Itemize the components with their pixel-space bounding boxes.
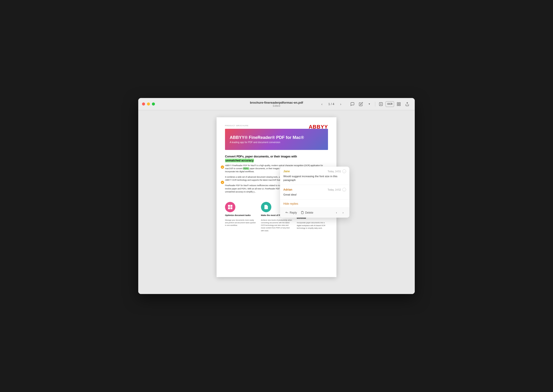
filename: brochure-finereaderpdformac-en.pdf xyxy=(250,101,303,104)
content-area: PRODUCT BROCHURE ABBYY ABBYY® FineReader… xyxy=(138,110,415,294)
comment-jane-header: Jane Today, 14:51 … xyxy=(283,169,346,173)
comment-marker-1[interactable]: ● xyxy=(221,165,224,169)
reply-icon xyxy=(285,211,289,215)
section-title: Convert PDFs, paper documents, or their … xyxy=(225,155,328,163)
reply-label: Reply xyxy=(290,211,297,214)
dropdown-button[interactable]: ▾ xyxy=(366,100,373,108)
next-comment-button[interactable]: › xyxy=(340,210,346,216)
svg-rect-3 xyxy=(397,102,398,104)
ocr-button[interactable]: OCR xyxy=(386,101,394,107)
adrian-author: Adrian xyxy=(283,188,292,191)
app-window: brochure-finereaderpdformac-en.pdf Edite… xyxy=(138,98,415,294)
comment-jane: Jane Today, 14:51 … Would suggest increa… xyxy=(280,167,349,185)
fullscreen-button[interactable] xyxy=(152,102,155,105)
hide-replies-link[interactable]: Hide replies xyxy=(283,202,298,205)
share-button[interactable] xyxy=(404,100,411,108)
feature-3-desc: Incorporate paper documents into a digit… xyxy=(297,221,328,229)
feature-1: Optimize document tasks Manage your docu… xyxy=(225,202,256,232)
titlebar: brochure-finereaderpdformac-en.pdf Edite… xyxy=(138,98,415,110)
svg-rect-11 xyxy=(230,207,232,209)
jane-meta: Today, 14:51 … xyxy=(327,169,346,173)
svg-rect-4 xyxy=(399,102,400,104)
svg-rect-5 xyxy=(399,104,400,105)
delete-icon xyxy=(301,211,304,215)
feature-2-icon xyxy=(261,202,271,212)
page-indicator: 1 / 4 xyxy=(327,102,335,106)
comment-marker-2[interactable]: ● xyxy=(221,181,224,184)
svg-rect-8 xyxy=(228,205,230,207)
jane-time: Today, 14:51 xyxy=(327,170,341,173)
abbyy-logo: ABBYY xyxy=(309,124,328,130)
adrian-more-button[interactable]: … xyxy=(342,188,346,192)
delete-label: Delete xyxy=(305,211,313,214)
comment-popup: Jane Today, 14:51 … Would suggest increa… xyxy=(280,167,349,218)
pdf-page: PRODUCT BROCHURE ABBYY ABBYY® FineReader… xyxy=(217,117,336,277)
banner-title: ABBYY® FineReader® PDF for Mac® xyxy=(230,135,323,140)
adrian-comment-text: Great idea! xyxy=(283,193,346,196)
delete-button[interactable]: Delete xyxy=(299,210,315,216)
pdf-viewer[interactable]: PRODUCT BROCHURE ABBYY ABBYY® FineReader… xyxy=(138,110,415,294)
marker-1-icon: ● xyxy=(222,166,223,168)
page-nav: ‹ 1 / 4 › xyxy=(319,101,344,107)
prev-comment-button[interactable]: ‹ xyxy=(333,210,340,216)
comment-tool-button[interactable] xyxy=(349,100,356,108)
hide-replies-section: Hide replies xyxy=(280,200,349,208)
jane-comment-text: Would suggest increasing the font size i… xyxy=(283,174,346,182)
title-info: brochure-finereaderpdformac-en.pdf Edite… xyxy=(250,101,303,107)
pdf-banner: ABBYY® FineReader® PDF for Mac® A leadin… xyxy=(225,129,328,150)
edit-tool-button[interactable] xyxy=(357,100,365,108)
adrian-meta: Today, 14:52 … xyxy=(327,188,346,192)
toolbar: ‹ 1 / 4 › ▾ xyxy=(319,100,411,108)
feature-1-desc: Manage your documents more easily and pe… xyxy=(225,219,256,227)
traffic-lights xyxy=(142,102,155,105)
banner-subtitle: A leading app for PDF and document conve… xyxy=(230,141,323,144)
edit-status: Edited xyxy=(250,104,303,107)
comment-adrian-header: Adrian Today, 14:52 … xyxy=(283,188,346,192)
feature-2-desc: Achieve new levels of productivity when … xyxy=(261,219,292,232)
marker-2-icon: ● xyxy=(222,182,223,183)
highlight-text: unmatched accuracy xyxy=(225,159,254,162)
reply-button[interactable]: Reply xyxy=(283,210,299,216)
feature-1-icon xyxy=(225,202,235,212)
comment-nav-arrows: ‹ › xyxy=(333,210,346,216)
next-page-button[interactable]: › xyxy=(337,101,344,107)
adrian-time: Today, 14:52 xyxy=(327,189,341,191)
add-page-button[interactable] xyxy=(377,100,385,108)
ocr-highlight: PDFs, xyxy=(243,167,249,170)
close-button[interactable] xyxy=(142,102,145,105)
svg-rect-9 xyxy=(230,205,232,207)
jane-more-button[interactable]: … xyxy=(342,169,346,173)
feature-1-title: Optimize document tasks xyxy=(225,214,251,217)
comment-adrian: Adrian Today, 14:52 … Great idea! xyxy=(280,185,349,200)
minimize-button[interactable] xyxy=(147,102,150,105)
prev-page-button[interactable]: ‹ xyxy=(319,101,325,107)
comment-actions: Reply Delete xyxy=(280,208,349,218)
separator-1 xyxy=(375,102,375,106)
svg-rect-6 xyxy=(397,104,398,105)
layout-button[interactable] xyxy=(395,100,403,108)
svg-rect-10 xyxy=(228,207,230,209)
jane-author: Jane xyxy=(283,170,290,173)
